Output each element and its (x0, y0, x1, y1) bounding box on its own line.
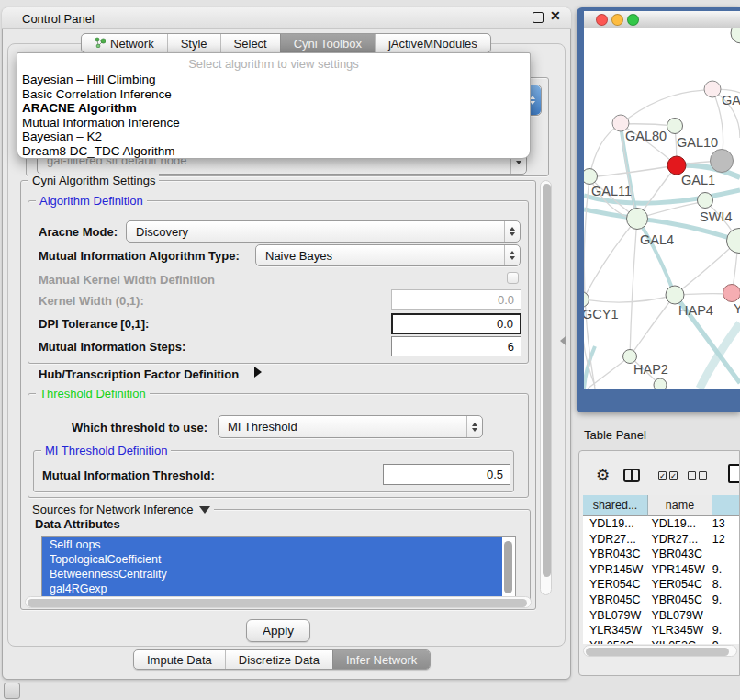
algorithm-option[interactable]: ARACNE Algorithm (17, 101, 530, 116)
network-edge[interactable] (630, 219, 637, 356)
select-all-check-icon[interactable]: ✓ (658, 471, 667, 480)
table-column-header[interactable]: name (648, 495, 712, 516)
which-threshold-combo[interactable]: MI Threshold (218, 415, 483, 438)
table-row[interactable]: YBL079WYBL079W (583, 608, 740, 624)
splitter-collapse-icon[interactable] (560, 336, 566, 345)
algorithm-option[interactable]: Mutual Information Inference (17, 116, 530, 130)
minimize-traffic-light[interactable] (611, 14, 623, 26)
network-node-bottom-node[interactable] (654, 378, 667, 389)
table-row[interactable]: YPR145WYPR145W9. (583, 562, 740, 578)
network-node-GAL10[interactable] (667, 119, 683, 134)
table-cell: YER054C (645, 577, 705, 593)
network-node-Y[interactable] (723, 285, 740, 302)
mi-threshold-field[interactable]: 0.5 (383, 464, 510, 485)
deselect-all-check-icon[interactable] (699, 471, 707, 480)
tab-discretize-data[interactable]: Discretize Data (225, 650, 332, 669)
close-traffic-light[interactable] (596, 14, 608, 26)
tab-infer-network[interactable]: Infer Network (332, 650, 430, 669)
tab-impute-data[interactable]: Impute Data (134, 650, 225, 669)
network-node-GAL[interactable] (704, 81, 721, 97)
table-cell (706, 547, 740, 562)
manual-kernel-checkbox[interactable] (507, 272, 519, 284)
network-node-GAL4[interactable] (627, 209, 648, 230)
select-all-check-icon[interactable]: ✓ (669, 471, 678, 480)
network-edge[interactable] (621, 90, 712, 124)
table-cell: YBL079W (645, 608, 705, 624)
table-hscrollbar-thumb[interactable] (586, 648, 729, 656)
network-node-GAL1[interactable] (667, 156, 686, 175)
table-cell: YBL079W (583, 608, 645, 624)
tab-select[interactable]: Select (220, 34, 280, 52)
network-edge[interactable] (584, 219, 637, 299)
settings-vscrollbar[interactable] (540, 180, 552, 595)
table-column-header[interactable]: shared... (583, 495, 648, 516)
dpi-tolerance-field[interactable]: 0.0 (391, 313, 521, 334)
table-row[interactable]: YBR043CYBR043C (583, 547, 740, 562)
settings-hscrollbar-thumb[interactable] (28, 599, 527, 607)
table-hscrollbar[interactable] (583, 645, 737, 657)
data-attribute-item[interactable]: gal4RGexp (42, 581, 502, 596)
table-row[interactable]: YDL19...YDL19...13 (583, 516, 740, 532)
collapse-arrow-icon[interactable] (199, 506, 210, 514)
algorithm-option[interactable]: Dream8 DC_TDC Algorithm (17, 144, 530, 159)
data-attributes-list[interactable]: SelfLoopsTopologicalCoefficientBetweenne… (41, 536, 516, 598)
table-row[interactable]: YLR345WYLR345W9. (583, 623, 740, 638)
table-row[interactable]: YDR27...YDR27...12 (583, 532, 740, 548)
network-edge[interactable] (630, 295, 675, 356)
apply-button[interactable]: Apply (246, 619, 310, 642)
mi-steps-field[interactable]: 6 (391, 336, 521, 356)
combo-spinner[interactable] (504, 221, 520, 242)
tab-network[interactable]: Network (82, 34, 167, 52)
network-node-SWI4[interactable] (698, 193, 713, 209)
kernel-width-label: Kernel Width (0,1): (39, 294, 144, 308)
table-cell: YBR043C (645, 547, 705, 562)
tab-label: jActiveMNodules (388, 37, 477, 51)
settings-vscrollbar-thumb[interactable] (543, 184, 551, 577)
list-scrollbar-thumb[interactable] (504, 541, 512, 593)
algorithm-option[interactable]: Bayesian – K2 (17, 130, 530, 144)
float-window-icon[interactable] (533, 12, 544, 23)
bottom-tabs: Impute DataDiscretize DataInfer Network (133, 649, 431, 670)
network-edge[interactable] (637, 219, 675, 295)
kernel-width-field[interactable]: 0.0 (391, 289, 521, 310)
table-column-header[interactable] (712, 495, 740, 516)
mi-type-combo[interactable]: Naive Bayes (255, 244, 521, 266)
combo-spinner[interactable] (466, 416, 482, 437)
data-attribute-item[interactable]: BetweennessCentrality (42, 567, 502, 581)
network-edge[interactable] (589, 124, 621, 177)
table-row[interactable]: YIL052CYIL052C9. (583, 638, 740, 644)
data-attribute-item[interactable]: SelfLoops (42, 537, 502, 552)
algorithm-option[interactable]: Basic Correlation Inference (17, 87, 530, 102)
table-row[interactable]: YBR045CYBR045C9. (583, 593, 740, 608)
minimized-panel-icon[interactable] (4, 683, 20, 699)
table-row[interactable]: YER054CYER054C8. (583, 577, 740, 593)
close-icon[interactable]: ✕ (550, 8, 561, 23)
network-node-GCY1[interactable] (584, 292, 589, 308)
settings-hscrollbar[interactable] (25, 596, 532, 608)
gear-icon[interactable]: ⚙ (596, 466, 610, 485)
expander-arrow-icon[interactable] (254, 367, 262, 378)
mi-threshold-group-title: MI Threshold Definition (41, 444, 171, 457)
network-node-label: GAL1 (681, 173, 715, 187)
network-canvas[interactable]: GALGAL80GAL10GAL1GAL11SWI4GAL4GCY1HAP4YH… (584, 28, 740, 389)
split-columns-icon[interactable] (623, 469, 640, 482)
combo-spinner[interactable] (504, 245, 520, 265)
aracne-mode-combo[interactable]: Discovery (126, 220, 521, 243)
tab-style[interactable]: Style (167, 34, 220, 52)
deselect-all-check-icon[interactable] (688, 471, 696, 480)
network-node-gray-node[interactable] (711, 150, 734, 173)
network-edge[interactable] (584, 295, 675, 302)
tab-cyni-toolbox[interactable]: Cyni Toolbox (280, 34, 375, 52)
tab-label: Discretize Data (239, 653, 320, 667)
network-node-GAL11[interactable] (584, 169, 598, 185)
zoom-traffic-light[interactable] (627, 14, 639, 26)
network-node-HAP4[interactable] (666, 286, 684, 304)
tab-jactivemnodules[interactable]: jActiveMNodules (375, 34, 490, 52)
network-edge[interactable] (589, 165, 677, 177)
network-node-top-edge-node[interactable] (731, 28, 740, 43)
data-attribute-item[interactable]: TopologicalCoefficient (42, 552, 502, 567)
control-panel-tabs: NetworkStyleSelectCyni ToolboxjActiveMNo… (81, 33, 491, 53)
mi-threshold-label: Mutual Information Threshold: (42, 469, 215, 482)
page-icon[interactable] (728, 464, 740, 483)
algorithm-option[interactable]: Bayesian – Hill Climbing (17, 73, 530, 87)
